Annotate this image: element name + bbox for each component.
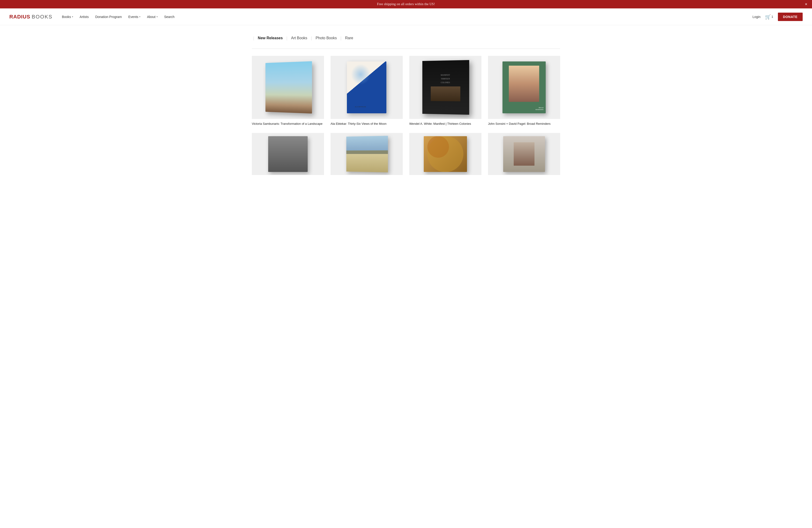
chevron-down-icon: ▾ [139, 15, 141, 18]
book-card-5[interactable] [331, 133, 403, 178]
filter-tabs: | New Releases | Art Books | Photo Books… [252, 34, 560, 42]
chevron-down-icon: ▾ [72, 15, 73, 18]
book-cover-7 [503, 136, 545, 172]
book-title-1: Ala Ebtekar: Thirty-Six Views of the Moo… [331, 122, 403, 126]
announcement-text: Free shipping on all orders within the U… [377, 2, 435, 6]
cart-icon: 🛒 [765, 14, 771, 19]
announcement-close-button[interactable]: × [805, 2, 807, 6]
site-header: RADIUS BOOKS Books ▾ Artists Donation Pr… [0, 9, 812, 25]
book-card-3[interactable]: BROADREMINDERS John Sonsini + David Page… [488, 56, 560, 126]
book-cover-3: BROADREMINDERS [503, 61, 546, 113]
book-image-0 [252, 56, 324, 119]
book-grid: Victoria Sambunaris: Transformation of a… [252, 56, 560, 178]
book-cover-4 [268, 136, 308, 172]
tab-divider-3: | [340, 36, 342, 41]
nav-donation-program[interactable]: Donation Program [95, 15, 122, 19]
logo-books: BOOKS [32, 14, 53, 20]
tab-divider-1: | [286, 36, 287, 41]
header-right: Login 🛒 1 DONATE [752, 13, 803, 21]
tab-photo-books[interactable]: Photo Books [313, 34, 339, 42]
tab-rare[interactable]: Rare [343, 34, 356, 42]
cart-count: 1 [771, 15, 773, 18]
nav-books[interactable]: Books ▾ [62, 15, 73, 19]
donate-button[interactable]: DONATE [778, 13, 803, 21]
tab-divider-0: | [253, 36, 254, 41]
book-cover-1: ALA EBTEKAR [347, 61, 387, 113]
book-image-3: BROADREMINDERS [488, 56, 560, 119]
login-link[interactable]: Login [752, 15, 760, 19]
book-card-6[interactable] [409, 133, 481, 178]
tab-new-releases[interactable]: New Releases [256, 34, 285, 42]
section-divider [252, 48, 560, 49]
book-cover-6 [424, 136, 467, 172]
site-logo[interactable]: RADIUS BOOKS [9, 14, 53, 20]
book-image-4 [252, 133, 324, 175]
book-card-1[interactable]: ALA EBTEKAR Ala Ebtekar: Thirty-Six View… [331, 56, 403, 126]
book-cover-5 [346, 136, 388, 172]
nav-search[interactable]: Search [164, 15, 174, 19]
page-body: | New Releases | Art Books | Photo Books… [243, 25, 569, 178]
logo-radius: RADIUS [9, 14, 30, 20]
book-title-0: Victoria Sambunaris: Transformation of a… [252, 122, 324, 126]
tab-divider-2: | [311, 36, 312, 41]
book-image-5 [331, 133, 403, 175]
book-image-1: ALA EBTEKAR [331, 56, 403, 119]
nav-events[interactable]: Events ▾ [128, 15, 141, 19]
book-cover-2: MANIFESTTHIRTEENCOLONIES [422, 60, 469, 115]
book-card-0[interactable]: Victoria Sambunaris: Transformation of a… [252, 56, 324, 126]
book-card-2[interactable]: MANIFESTTHIRTEENCOLONIES Wendel A. White… [409, 56, 481, 126]
nav-about[interactable]: About ▾ [147, 15, 158, 19]
book-title-2: Wendel A. White: Manifest | Thirteen Col… [409, 122, 481, 126]
announcement-bar: Free shipping on all orders within the U… [0, 0, 812, 9]
cart-button[interactable]: 🛒 1 [765, 14, 773, 19]
nav-artists[interactable]: Artists [79, 15, 89, 19]
book-card-4[interactable] [252, 133, 324, 178]
book-title-3: John Sonsini + David Pagel: Broad Remind… [488, 122, 560, 126]
book-image-2: MANIFESTTHIRTEENCOLONIES [409, 56, 481, 119]
book-cover-0 [265, 61, 312, 114]
main-nav: Books ▾ Artists Donation Program Events … [62, 15, 752, 19]
book-card-7[interactable] [488, 133, 560, 178]
chevron-down-icon: ▾ [157, 15, 158, 18]
book-image-7 [488, 133, 560, 175]
book-image-6 [409, 133, 481, 175]
tab-art-books[interactable]: Art Books [289, 34, 309, 42]
